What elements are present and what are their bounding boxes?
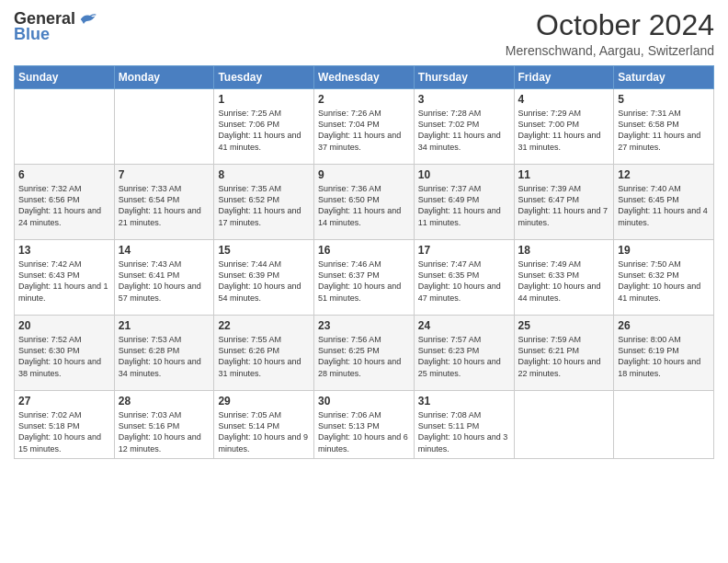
calendar-cell: 3Sunrise: 7:28 AM Sunset: 7:02 PM Daylig… bbox=[414, 89, 514, 165]
calendar-cell: 12Sunrise: 7:40 AM Sunset: 6:45 PM Dayli… bbox=[614, 165, 714, 240]
day-info: Sunrise: 7:33 AM Sunset: 6:54 PM Dayligh… bbox=[119, 183, 210, 228]
day-info: Sunrise: 7:55 AM Sunset: 6:26 PM Dayligh… bbox=[218, 334, 310, 379]
day-number: 30 bbox=[318, 395, 410, 408]
day-info: Sunrise: 7:35 AM Sunset: 6:52 PM Dayligh… bbox=[218, 183, 310, 228]
calendar-cell: 5Sunrise: 7:31 AM Sunset: 6:58 PM Daylig… bbox=[614, 89, 714, 165]
day-number: 1 bbox=[218, 93, 310, 106]
day-info: Sunrise: 7:32 AM Sunset: 6:56 PM Dayligh… bbox=[18, 183, 110, 228]
calendar-cell: 10Sunrise: 7:37 AM Sunset: 6:49 PM Dayli… bbox=[414, 165, 514, 240]
calendar-cell: 22Sunrise: 7:55 AM Sunset: 6:26 PM Dayli… bbox=[214, 316, 314, 391]
day-number: 20 bbox=[18, 319, 110, 332]
day-info: Sunrise: 7:57 AM Sunset: 6:23 PM Dayligh… bbox=[418, 334, 510, 379]
calendar-week-3: 13Sunrise: 7:42 AM Sunset: 6:43 PM Dayli… bbox=[15, 240, 714, 316]
day-number: 15 bbox=[218, 244, 310, 257]
day-number: 26 bbox=[618, 319, 710, 332]
calendar-cell: 29Sunrise: 7:05 AM Sunset: 5:14 PM Dayli… bbox=[214, 391, 314, 459]
day-number: 16 bbox=[318, 244, 410, 257]
calendar-cell: 2Sunrise: 7:26 AM Sunset: 7:04 PM Daylig… bbox=[314, 89, 415, 165]
month-title: October 2024 bbox=[506, 9, 714, 41]
calendar-cell: 31Sunrise: 7:08 AM Sunset: 5:11 PM Dayli… bbox=[414, 391, 514, 459]
day-number: 23 bbox=[318, 319, 410, 332]
day-info: Sunrise: 7:46 AM Sunset: 6:37 PM Dayligh… bbox=[318, 259, 410, 304]
day-info: Sunrise: 7:03 AM Sunset: 5:16 PM Dayligh… bbox=[119, 409, 210, 454]
calendar-cell: 16Sunrise: 7:46 AM Sunset: 6:37 PM Dayli… bbox=[314, 240, 415, 316]
calendar-cell bbox=[15, 89, 115, 165]
calendar-cell: 28Sunrise: 7:03 AM Sunset: 5:16 PM Dayli… bbox=[114, 391, 214, 459]
day-info: Sunrise: 7:44 AM Sunset: 6:39 PM Dayligh… bbox=[218, 259, 310, 304]
calendar-cell: 1Sunrise: 7:25 AM Sunset: 7:06 PM Daylig… bbox=[214, 89, 314, 165]
calendar-cell: 25Sunrise: 7:59 AM Sunset: 6:21 PM Dayli… bbox=[514, 316, 614, 391]
day-info: Sunrise: 7:26 AM Sunset: 7:04 PM Dayligh… bbox=[318, 108, 410, 153]
header: General Blue October 2024 Merenschwand, … bbox=[14, 9, 714, 58]
calendar-header-row: SundayMondayTuesdayWednesdayThursdayFrid… bbox=[15, 66, 714, 89]
logo-bird-icon bbox=[79, 10, 97, 29]
logo-blue: Blue bbox=[14, 25, 50, 44]
calendar-week-1: 1Sunrise: 7:25 AM Sunset: 7:06 PM Daylig… bbox=[15, 89, 714, 165]
day-info: Sunrise: 7:53 AM Sunset: 6:28 PM Dayligh… bbox=[119, 334, 210, 379]
calendar-cell: 19Sunrise: 7:50 AM Sunset: 6:32 PM Dayli… bbox=[614, 240, 714, 316]
day-number: 9 bbox=[318, 168, 410, 181]
calendar-header-tuesday: Tuesday bbox=[214, 66, 314, 89]
day-info: Sunrise: 7:39 AM Sunset: 6:47 PM Dayligh… bbox=[518, 183, 610, 228]
day-info: Sunrise: 7:40 AM Sunset: 6:45 PM Dayligh… bbox=[618, 183, 710, 228]
day-info: Sunrise: 7:25 AM Sunset: 7:06 PM Dayligh… bbox=[218, 108, 310, 153]
day-number: 22 bbox=[218, 319, 310, 332]
day-info: Sunrise: 7:50 AM Sunset: 6:32 PM Dayligh… bbox=[618, 259, 710, 304]
day-info: Sunrise: 7:31 AM Sunset: 6:58 PM Dayligh… bbox=[618, 108, 710, 153]
calendar-header-thursday: Thursday bbox=[414, 66, 514, 89]
calendar-cell bbox=[114, 89, 214, 165]
calendar: SundayMondayTuesdayWednesdayThursdayFrid… bbox=[14, 65, 714, 459]
day-number: 2 bbox=[318, 93, 410, 106]
calendar-week-4: 20Sunrise: 7:52 AM Sunset: 6:30 PM Dayli… bbox=[15, 316, 714, 391]
calendar-cell: 11Sunrise: 7:39 AM Sunset: 6:47 PM Dayli… bbox=[514, 165, 614, 240]
day-info: Sunrise: 7:06 AM Sunset: 5:13 PM Dayligh… bbox=[318, 409, 410, 454]
day-info: Sunrise: 7:42 AM Sunset: 6:43 PM Dayligh… bbox=[18, 259, 110, 304]
day-info: Sunrise: 7:49 AM Sunset: 6:33 PM Dayligh… bbox=[518, 259, 610, 304]
calendar-cell: 24Sunrise: 7:57 AM Sunset: 6:23 PM Dayli… bbox=[414, 316, 514, 391]
day-number: 25 bbox=[518, 319, 610, 332]
day-number: 28 bbox=[119, 395, 210, 408]
day-number: 29 bbox=[218, 395, 310, 408]
calendar-week-5: 27Sunrise: 7:02 AM Sunset: 5:18 PM Dayli… bbox=[15, 391, 714, 459]
day-number: 4 bbox=[518, 93, 610, 106]
day-number: 19 bbox=[618, 244, 710, 257]
calendar-header-sunday: Sunday bbox=[15, 66, 115, 89]
day-number: 14 bbox=[119, 244, 210, 257]
day-number: 10 bbox=[418, 168, 510, 181]
day-info: Sunrise: 7:02 AM Sunset: 5:18 PM Dayligh… bbox=[18, 409, 110, 454]
day-number: 13 bbox=[18, 244, 110, 257]
location: Merenschwand, Aargau, Switzerland bbox=[506, 43, 714, 58]
logo: General Blue bbox=[14, 9, 97, 44]
calendar-cell: 13Sunrise: 7:42 AM Sunset: 6:43 PM Dayli… bbox=[15, 240, 115, 316]
day-info: Sunrise: 7:08 AM Sunset: 5:11 PM Dayligh… bbox=[418, 409, 510, 454]
day-info: Sunrise: 8:00 AM Sunset: 6:19 PM Dayligh… bbox=[618, 334, 710, 379]
day-info: Sunrise: 7:37 AM Sunset: 6:49 PM Dayligh… bbox=[418, 183, 510, 228]
calendar-header-wednesday: Wednesday bbox=[314, 66, 415, 89]
calendar-cell: 17Sunrise: 7:47 AM Sunset: 6:35 PM Dayli… bbox=[414, 240, 514, 316]
calendar-cell: 9Sunrise: 7:36 AM Sunset: 6:50 PM Daylig… bbox=[314, 165, 415, 240]
calendar-cell: 27Sunrise: 7:02 AM Sunset: 5:18 PM Dayli… bbox=[15, 391, 115, 459]
calendar-cell: 23Sunrise: 7:56 AM Sunset: 6:25 PM Dayli… bbox=[314, 316, 415, 391]
day-number: 6 bbox=[18, 168, 110, 181]
calendar-cell: 4Sunrise: 7:29 AM Sunset: 7:00 PM Daylig… bbox=[514, 89, 614, 165]
day-number: 3 bbox=[418, 93, 510, 106]
day-number: 21 bbox=[119, 319, 210, 332]
day-number: 12 bbox=[618, 168, 710, 181]
calendar-cell: 6Sunrise: 7:32 AM Sunset: 6:56 PM Daylig… bbox=[15, 165, 115, 240]
day-info: Sunrise: 7:47 AM Sunset: 6:35 PM Dayligh… bbox=[418, 259, 510, 304]
day-info: Sunrise: 7:52 AM Sunset: 6:30 PM Dayligh… bbox=[18, 334, 110, 379]
calendar-cell: 7Sunrise: 7:33 AM Sunset: 6:54 PM Daylig… bbox=[114, 165, 214, 240]
day-number: 5 bbox=[618, 93, 710, 106]
day-number: 27 bbox=[18, 395, 110, 408]
calendar-cell: 14Sunrise: 7:43 AM Sunset: 6:41 PM Dayli… bbox=[114, 240, 214, 316]
calendar-cell: 30Sunrise: 7:06 AM Sunset: 5:13 PM Dayli… bbox=[314, 391, 415, 459]
day-info: Sunrise: 7:43 AM Sunset: 6:41 PM Dayligh… bbox=[119, 259, 210, 304]
calendar-cell: 21Sunrise: 7:53 AM Sunset: 6:28 PM Dayli… bbox=[114, 316, 214, 391]
title-block: October 2024 Merenschwand, Aargau, Switz… bbox=[506, 9, 714, 58]
day-info: Sunrise: 7:59 AM Sunset: 6:21 PM Dayligh… bbox=[518, 334, 610, 379]
calendar-cell bbox=[514, 391, 614, 459]
calendar-cell: 26Sunrise: 8:00 AM Sunset: 6:19 PM Dayli… bbox=[614, 316, 714, 391]
page: General Blue October 2024 Merenschwand, … bbox=[0, 0, 728, 468]
day-number: 17 bbox=[418, 244, 510, 257]
calendar-cell: 8Sunrise: 7:35 AM Sunset: 6:52 PM Daylig… bbox=[214, 165, 314, 240]
